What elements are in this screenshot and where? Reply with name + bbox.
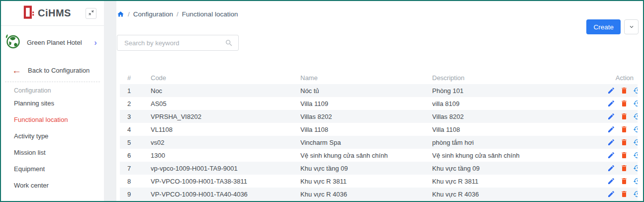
cell-name: Vincharm Spa — [300, 136, 432, 149]
cell-index: 2 — [120, 97, 151, 110]
edit-icon[interactable] — [607, 100, 615, 107]
cell-index: 6 — [120, 149, 151, 162]
sidebar-collapse-button[interactable] — [86, 8, 96, 19]
cell-actions — [602, 162, 638, 175]
cell-description: villa 8109 — [432, 97, 602, 110]
cell-code: VPRSHA_VI8202 — [151, 110, 300, 123]
history-icon[interactable] — [633, 151, 638, 159]
edit-icon[interactable] — [607, 138, 615, 146]
delete-icon[interactable] — [620, 87, 628, 95]
back-to-configuration-link[interactable]: ← Back to Configuration — [1, 66, 104, 75]
sidebar-item-planning-sites[interactable]: Planning sites — [1, 95, 104, 111]
history-icon[interactable] — [633, 177, 638, 185]
cell-code: VP-VPCO-1009-H001-TA40-4036 — [151, 188, 300, 201]
cell-code: vp-vpco-1009-H001-TA9-9001 — [151, 162, 300, 175]
cell-actions — [602, 149, 638, 162]
delete-icon[interactable] — [620, 164, 628, 172]
cell-description: Khu vực R 3811 — [432, 175, 602, 188]
history-icon[interactable] — [633, 190, 638, 198]
edit-icon[interactable] — [607, 87, 615, 95]
edit-icon[interactable] — [607, 177, 615, 185]
sidebar-item-equipment[interactable]: Equipment — [1, 161, 104, 177]
edit-icon[interactable] — [607, 190, 615, 198]
hotel-selector[interactable]: Green Planet Hotel › — [1, 30, 104, 54]
cell-name: Villa 1108 — [300, 123, 432, 136]
delete-icon[interactable] — [620, 125, 628, 133]
create-dropdown-button[interactable] — [624, 19, 639, 34]
edit-icon[interactable] — [607, 112, 615, 120]
history-icon[interactable] — [633, 138, 638, 146]
cell-description: Vệ sinh khung cửa sảnh chính — [432, 149, 602, 162]
cell-actions — [602, 136, 638, 149]
cell-actions — [602, 123, 638, 136]
cell-index: 4 — [120, 123, 151, 136]
cell-actions — [602, 110, 638, 123]
cell-description: phòng tắm hơi — [432, 136, 602, 149]
delete-icon[interactable] — [620, 151, 628, 159]
sidebar: CiHMS Green Planet Hot — [1, 1, 104, 201]
cell-code: vs02 — [151, 136, 300, 149]
logo-text: CiHMS — [38, 7, 71, 19]
cell-description: Villa 1108 — [432, 123, 602, 136]
cell-name: Vệ sinh khung cửa sảnh chính — [300, 149, 432, 162]
app-window: CiHMS Green Planet Hot — [0, 0, 644, 202]
history-icon[interactable] — [633, 100, 638, 107]
column-header-code: Code — [151, 71, 300, 84]
cell-code: Noc — [151, 84, 300, 97]
breadcrumb-item[interactable]: Configuration — [133, 10, 173, 18]
cihms-door-icon — [23, 5, 34, 22]
history-icon[interactable] — [633, 164, 638, 172]
sidebar-section-label: Configuration — [1, 82, 104, 95]
create-button[interactable]: Create — [586, 19, 621, 34]
chevron-down-icon — [628, 23, 635, 30]
chevron-right-icon: › — [94, 38, 97, 47]
edit-icon[interactable] — [607, 164, 615, 172]
sidebar-item-functional-location[interactable]: Functional location — [1, 111, 104, 128]
delete-icon[interactable] — [620, 138, 628, 146]
cell-description: Villas 8202 — [432, 110, 602, 123]
column-header-index: # — [120, 71, 151, 84]
edit-icon[interactable] — [607, 151, 615, 159]
search-box — [117, 35, 239, 51]
cell-name: Khu vực R 3811 — [300, 175, 432, 188]
delete-icon[interactable] — [620, 190, 628, 198]
table-row: 9VP-VPCO-1009-H001-TA40-4036Khu vực R 40… — [120, 188, 638, 201]
cell-code: AS05 — [151, 97, 300, 110]
column-header-name: Name — [300, 71, 432, 84]
collapse-arrows-icon — [88, 9, 94, 17]
cell-name: Nóc tủ — [300, 84, 432, 97]
search-input[interactable] — [123, 39, 225, 47]
cell-code: VP-VPCO-1009-H001-TA38-3811 — [151, 175, 300, 188]
table-row: 4VL1108Villa 1108Villa 1108 — [120, 123, 638, 136]
cell-actions — [602, 84, 638, 97]
delete-icon[interactable] — [620, 177, 628, 185]
cell-index: 7 — [120, 162, 151, 175]
cell-actions — [602, 97, 638, 110]
sidebar-menu: Planning sitesFunctional locationActivit… — [1, 95, 104, 194]
edit-icon[interactable] — [607, 125, 615, 133]
history-icon[interactable] — [633, 125, 638, 133]
history-icon[interactable] — [633, 87, 638, 95]
cell-name: Villa 1109 — [300, 97, 432, 110]
table-row: 7vp-vpco-1009-H001-TA9-9001Khu vực tầng … — [120, 162, 638, 175]
cell-index: 8 — [120, 175, 151, 188]
cell-description: Khu vực tầng 09 — [432, 162, 602, 175]
table-row: 8VP-VPCO-1009-H001-TA38-3811Khu vực R 38… — [120, 175, 638, 188]
home-icon[interactable] — [117, 10, 124, 18]
breadcrumb-item[interactable]: Functional location — [182, 10, 238, 18]
column-header-description: Description — [432, 71, 602, 84]
search-icon[interactable] — [225, 39, 233, 47]
back-label: Back to Configuration — [28, 67, 90, 74]
main-content: /Configuration/Functional location Creat… — [116, 1, 643, 201]
history-icon[interactable] — [633, 112, 638, 120]
sidebar-item-work-center[interactable]: Work center — [1, 177, 104, 194]
sidebar-item-mission-list[interactable]: Mission list — [1, 144, 104, 161]
delete-icon[interactable] — [620, 100, 628, 107]
delete-icon[interactable] — [620, 112, 628, 120]
earth-icon — [3, 32, 22, 52]
cell-name: Khu vực tầng 09 — [300, 162, 432, 175]
cell-actions — [602, 188, 638, 201]
table-header-row: #CodeNameDescriptionAction — [120, 71, 638, 84]
sidebar-item-activity-type[interactable]: Activity type — [1, 128, 104, 144]
cihms-logo[interactable]: CiHMS — [23, 5, 71, 22]
